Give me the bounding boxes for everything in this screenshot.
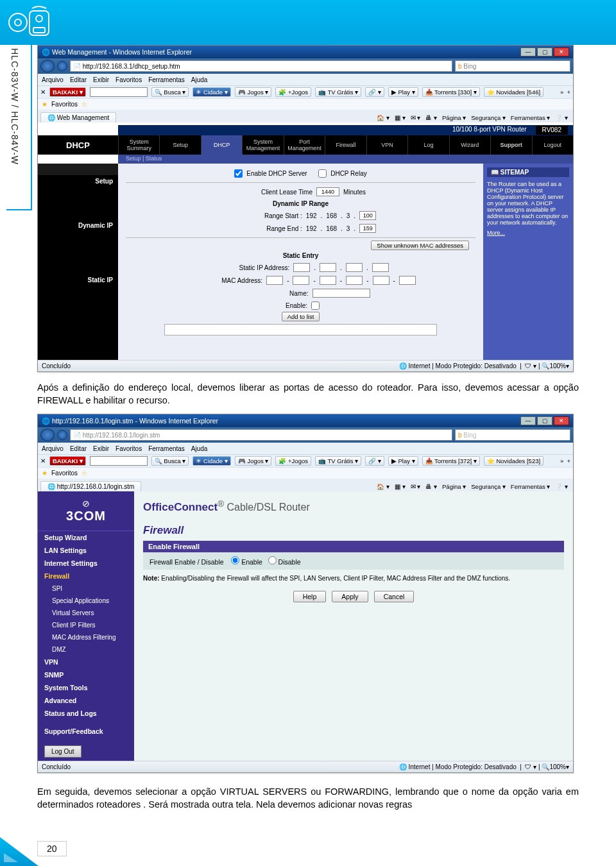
toolbar-play[interactable]: ▶ Play ▾	[388, 87, 418, 97]
menu-ajuda[interactable]: Ajuda	[191, 76, 208, 83]
browser-tab[interactable]: 🌐 http://192.168.0.1/login.stm	[40, 481, 141, 491]
nav-setup-wizard[interactable]: Setup Wizard	[38, 531, 134, 544]
nav-lan[interactable]: LAN Settings	[38, 544, 134, 557]
menu-exibir[interactable]: Exibir	[93, 445, 109, 452]
menu-ferramentas[interactable]: Ferramentas	[148, 76, 185, 83]
tool-seguranca[interactable]: Segurança ▾	[471, 114, 506, 121]
star-icon[interactable]: ★	[42, 101, 47, 108]
feed-icon[interactable]: ▦ ▾	[395, 483, 406, 490]
maximize-button[interactable]: ▢	[537, 416, 552, 425]
menu-editar[interactable]: Editar	[70, 76, 87, 83]
back-button[interactable]	[40, 429, 55, 441]
address-bar[interactable]: 📄 http://192.168.0.1/login.stm	[70, 429, 452, 441]
rtab-summary[interactable]: System Summary	[118, 135, 159, 155]
feed-icon[interactable]: ▦ ▾	[395, 114, 406, 121]
search-box[interactable]: b Bing	[455, 60, 570, 72]
tool-ferramentas[interactable]: Ferramentas ▾	[511, 114, 551, 121]
toolbar-search[interactable]	[90, 87, 148, 97]
toolbar-social[interactable]: 🔗 ▾	[365, 456, 384, 466]
tool-pagina[interactable]: Página ▾	[442, 483, 466, 490]
nav-snmp[interactable]: SNMP	[38, 668, 134, 681]
print-icon[interactable]: 🖶 ▾	[425, 483, 437, 490]
toolbar-novidades[interactable]: ⭐ Novidades [523]	[484, 456, 543, 466]
router-subtabs[interactable]: Setup | Status	[118, 155, 573, 164]
mail-icon[interactable]: ✉ ▾	[411, 114, 421, 121]
rtab-portmgmt[interactable]: Port Management	[284, 135, 325, 155]
toolbar-play[interactable]: ▶ Play ▾	[388, 456, 418, 466]
home-icon[interactable]: 🏠 ▾	[377, 114, 389, 121]
browser-tab[interactable]: 🌐 Web Management	[40, 112, 116, 123]
nav-internet[interactable]: Internet Settings	[38, 557, 134, 570]
nav-mac[interactable]: MAC Address Filtering	[38, 631, 134, 643]
toolbar-novidades[interactable]: ⭐ Novidades [546]	[484, 87, 543, 97]
range-end-input[interactable]	[359, 224, 376, 233]
close-button[interactable]: ✕	[554, 416, 569, 425]
menu-ferramentas[interactable]: Ferramentas	[148, 445, 185, 452]
menu-ajuda[interactable]: Ajuda	[191, 445, 208, 452]
tool-ferramentas[interactable]: Ferramentas ▾	[511, 483, 551, 490]
status-protect-icon[interactable]: 🛡 ▾	[525, 362, 536, 369]
rtab-sysmgmt[interactable]: System Management	[242, 135, 283, 155]
toolbar-busca[interactable]: 🔍 Busca ▾	[151, 87, 189, 97]
toolbar-torrents[interactable]: 📥 Torrents [372] ▾	[422, 456, 480, 466]
tool-seguranca[interactable]: Segurança ▾	[471, 483, 506, 490]
nav-spi[interactable]: SPI	[38, 582, 134, 595]
search-box[interactable]: b Bing	[455, 429, 570, 441]
nav-special[interactable]: Special Applications	[38, 595, 134, 607]
static-ip-3[interactable]	[346, 263, 363, 272]
apply-button[interactable]: Apply	[332, 591, 368, 602]
toolbar-search[interactable]	[90, 456, 148, 466]
sitemap-title[interactable]: 📖 SITEMAP	[487, 167, 569, 177]
mac-5[interactable]	[373, 276, 389, 285]
close-button[interactable]: ✕	[554, 47, 569, 56]
toolbar-tv[interactable]: 📺 TV Grátis ▾	[315, 456, 361, 466]
toolbar-torrents[interactable]: 📥 Torrents [330] ▾	[422, 87, 480, 97]
rtab-log[interactable]: Log	[407, 135, 449, 155]
help-icon[interactable]: ❔ ▾	[555, 483, 568, 490]
enable-checkbox[interactable]	[311, 301, 320, 310]
range-start-input[interactable]	[359, 211, 376, 220]
rtab-setup[interactable]: Setup	[159, 135, 200, 155]
back-button[interactable]	[40, 60, 55, 72]
menu-favoritos[interactable]: Favoritos	[116, 76, 142, 83]
status-protect-icon[interactable]: 🛡 ▾	[525, 763, 536, 770]
lease-input[interactable]	[316, 187, 339, 196]
static-list[interactable]	[164, 324, 437, 335]
nav-tools[interactable]: System Tools	[38, 681, 134, 694]
help-icon[interactable]: ❔ ▾	[555, 114, 568, 121]
print-icon[interactable]: 🖶 ▾	[425, 114, 437, 121]
static-ip-2[interactable]	[320, 263, 336, 272]
baixaki-icon[interactable]: BAIXAKI ▾	[49, 87, 86, 97]
home-icon[interactable]: 🏠 ▾	[377, 483, 389, 490]
toolbar-maisjogos[interactable]: 🧩 +Jogos	[275, 87, 311, 97]
nav-dmz[interactable]: DMZ	[38, 643, 134, 656]
mac-2[interactable]	[293, 276, 309, 285]
toolbar-tv[interactable]: 📺 TV Grátis ▾	[315, 87, 361, 97]
dhcp-relay-checkbox[interactable]	[318, 169, 327, 178]
nav-advanced[interactable]: Advanced	[38, 694, 134, 707]
mail-icon[interactable]: ✉ ▾	[411, 483, 421, 490]
rtab-firewall[interactable]: Firewall	[325, 135, 366, 155]
help-button[interactable]: Help	[293, 591, 327, 602]
static-ip-1[interactable]	[293, 263, 310, 272]
zoom-icon[interactable]: 🔍	[542, 362, 549, 369]
nav-virtual[interactable]: Virtual Servers	[38, 607, 134, 619]
favorites-label[interactable]: Favoritos	[51, 470, 78, 477]
sitemap-more[interactable]: More...	[487, 230, 569, 236]
fav-suggest-icon[interactable]: ☆	[81, 470, 87, 477]
enable-dhcp-checkbox[interactable]	[234, 169, 243, 178]
fav-suggest-icon[interactable]: ☆	[81, 101, 87, 108]
disable-radio[interactable]	[268, 556, 277, 565]
address-bar[interactable]: 📄 http://192.168.3.1/dhcp_setup.htm	[70, 60, 452, 72]
forward-button[interactable]	[57, 61, 67, 71]
zoom-icon[interactable]: 🔍	[542, 763, 549, 770]
logout-button[interactable]: Log Out	[44, 745, 81, 758]
toolbar-maisjogos[interactable]: 🧩 +Jogos	[275, 456, 311, 466]
favorites-label[interactable]: Favoritos	[51, 101, 78, 108]
minimize-button[interactable]: —	[520, 47, 536, 56]
add-to-list-button[interactable]: Add to list	[282, 312, 320, 321]
cancel-button[interactable]: Cancel	[374, 591, 415, 602]
menu-exibir[interactable]: Exibir	[93, 76, 109, 83]
status-zoom[interactable]: 100%	[549, 763, 566, 770]
mac-1[interactable]	[266, 276, 283, 285]
